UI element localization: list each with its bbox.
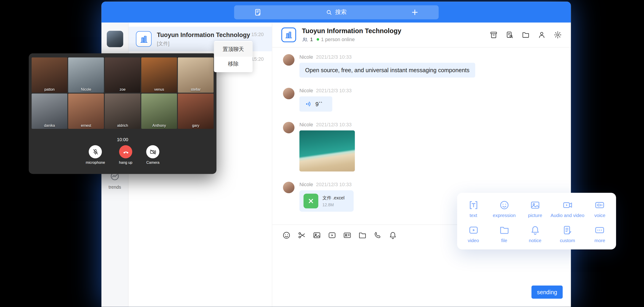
text-icon	[468, 200, 479, 210]
message-content: 文件 .excel12.8M	[299, 190, 354, 212]
video-participant-tile: venus	[141, 57, 177, 92]
online-dot	[316, 38, 319, 41]
call-control-label: Camera	[146, 160, 160, 164]
more-icon	[594, 225, 605, 235]
plugin-item-audio-and-video[interactable]: Audio and video	[550, 196, 584, 221]
message-sender: Nicole	[299, 122, 313, 127]
message-sender: Nicole	[299, 88, 313, 93]
search-input[interactable]: 搜索	[234, 5, 438, 19]
conversation-time: 15:20	[251, 56, 264, 62]
image-icon[interactable]	[312, 231, 321, 239]
message-body: Nicole2021/12/3 10:33 文件 .excel12.8M	[299, 182, 354, 212]
search-icon	[326, 9, 332, 15]
file-info: 文件 .excel12.8M	[322, 195, 345, 207]
image-message[interactable]	[299, 130, 355, 172]
context-menu-item[interactable]: 置顶聊天	[214, 42, 253, 57]
sender-avatar[interactable]	[283, 182, 294, 193]
member-icon[interactable]	[538, 31, 546, 39]
user-avatar[interactable]	[107, 31, 123, 47]
audio-message-bubble[interactable]: 9``	[299, 96, 332, 111]
message-content: 9``	[299, 93, 352, 111]
message: Nicole2021/12/3 10:33	[283, 122, 571, 171]
plugin-item-picture[interactable]: picture	[520, 196, 550, 221]
camera-button[interactable]	[146, 145, 160, 158]
video-icon[interactable]	[328, 231, 336, 239]
plugin-label: more	[594, 238, 605, 243]
excel-x-icon	[307, 197, 314, 205]
participant-grid: patton Nicole zoe venus stellar danika e…	[32, 57, 214, 129]
folder-icon[interactable]	[522, 31, 530, 39]
message-body: Nicole2021/12/3 10:33	[299, 122, 355, 171]
plugin-item-expression[interactable]: expression	[489, 196, 520, 221]
idcard-icon[interactable]	[343, 231, 352, 239]
voice-icon	[594, 200, 605, 210]
plugin-label: voice	[594, 213, 605, 218]
bell-icon[interactable]	[388, 231, 397, 239]
call-controls: microphone hang up Camera	[32, 145, 214, 164]
video-participant-tile: Nicole	[68, 57, 104, 92]
chat-avatar	[281, 27, 296, 42]
volume-icon	[305, 100, 312, 108]
search-placeholder: 搜索	[335, 8, 346, 16]
context-menu-label: 移除	[228, 60, 239, 68]
scissors-icon[interactable]	[297, 231, 306, 239]
plugin-label: Audio and video	[550, 213, 584, 218]
video-participant-tile: danika	[32, 93, 67, 129]
video-participant-tile: Anthony	[141, 93, 177, 129]
context-menu-label: 置顶聊天	[222, 45, 244, 53]
sender-avatar[interactable]	[283, 54, 294, 65]
message-input-area[interactable]: sending	[272, 245, 571, 307]
message-time: 2021/12/3 10:33	[316, 122, 352, 127]
record-search-icon[interactable]	[506, 31, 514, 39]
chat-panel: Tuoyun Information Technology 1 1 person…	[272, 23, 571, 307]
participant-name: patton	[32, 87, 67, 92]
member-count: 1	[310, 36, 313, 42]
phone-icon[interactable]	[373, 231, 382, 239]
mic-off-icon	[92, 148, 99, 155]
bell-icon	[530, 225, 540, 235]
search-bar[interactable]: 搜索	[234, 5, 438, 19]
plugin-item-file[interactable]: file	[489, 221, 520, 246]
microphone-button[interactable]	[89, 145, 102, 158]
message-content: Open source, free, and universal instant…	[299, 60, 475, 77]
gear-icon[interactable]	[554, 31, 562, 39]
emoji-icon[interactable]	[282, 231, 291, 239]
plugin-panel: text expression picture Audio and video …	[457, 193, 616, 250]
plugin-item-voice[interactable]: voice	[584, 196, 615, 221]
plugin-item-video[interactable]: video	[458, 221, 489, 246]
message-body: Nicole2021/12/3 10:33 9``	[299, 88, 352, 111]
file-message-card[interactable]: 文件 .excel12.8M	[299, 190, 354, 212]
people-icon	[302, 36, 308, 42]
conversation-avatar	[136, 31, 152, 47]
message: Nicole2021/12/3 10:33 9``	[283, 88, 571, 111]
group-icon[interactable]	[490, 31, 498, 39]
audio-duration: 9``	[315, 101, 322, 107]
message-sender: Nicole	[299, 54, 313, 60]
context-menu-item[interactable]: 移除	[214, 57, 253, 71]
video-icon	[468, 225, 479, 235]
video-participant-tile: zoe	[105, 57, 140, 92]
plugin-item-more[interactable]: more	[584, 221, 615, 246]
message-time: 2021/12/3 10:33	[316, 54, 352, 60]
participant-name: zoe	[105, 87, 140, 92]
sender-avatar[interactable]	[283, 122, 294, 133]
participant-name: gary	[178, 124, 214, 128]
conversation-time: 15:20	[251, 31, 264, 37]
custom-icon	[562, 225, 573, 235]
plugin-item-custom[interactable]: custom	[550, 221, 584, 246]
conversation-title: Tuoyun Information Technology	[157, 31, 251, 38]
plugin-item-text[interactable]: text	[458, 196, 489, 221]
plugin-item-notice[interactable]: notice	[520, 221, 550, 246]
folder-icon[interactable]	[358, 231, 367, 239]
hang-up-button[interactable]	[119, 145, 132, 158]
chat-title-block: Tuoyun Information Technology 1 1 person…	[302, 27, 401, 42]
sender-avatar[interactable]	[283, 88, 294, 99]
chat-title: Tuoyun Information Technology	[302, 27, 401, 34]
file-name: 文件 .excel	[322, 195, 345, 201]
excel-file-badge	[304, 194, 318, 209]
video-participant-tile: gary	[178, 93, 214, 129]
send-button[interactable]: sending	[532, 286, 562, 299]
plugin-label: notice	[529, 238, 541, 243]
participant-name: danika	[32, 124, 67, 128]
video-call-window[interactable]: patton Nicole zoe venus stellar danika e…	[29, 53, 216, 174]
